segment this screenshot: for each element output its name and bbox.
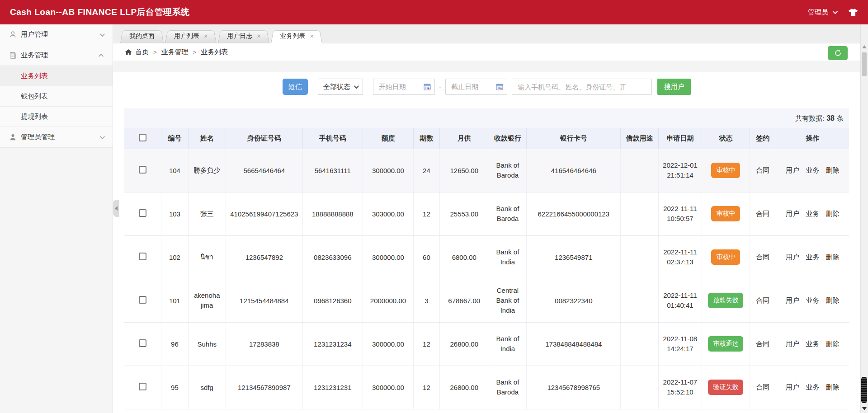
breadcrumb: 首页 > 业务管理 > 业务列表 — [113, 43, 860, 61]
action-user-link[interactable]: 用户 — [786, 340, 799, 347]
action-user-link[interactable]: 用户 — [786, 253, 799, 261]
tab-user-list[interactable]: 用户列表 × — [165, 29, 217, 43]
action-delete-link[interactable]: 删除 — [826, 253, 839, 261]
cell-idcard: 17283838 — [226, 322, 302, 366]
breadcrumb-home[interactable]: 首页 — [135, 48, 149, 56]
breadcrumb-level1[interactable]: 业务管理 — [161, 48, 189, 56]
start-date-input[interactable]: 开始日期 — [373, 79, 435, 95]
action-business-link[interactable]: 业务 — [806, 253, 819, 261]
contract-link[interactable]: 合同 — [756, 166, 769, 174]
close-icon[interactable]: × — [257, 33, 260, 39]
tab-user-log[interactable]: 用户日志 × — [218, 29, 269, 43]
close-icon[interactable]: × — [204, 33, 208, 39]
scrollbar-dark-thumb[interactable] — [861, 377, 867, 403]
action-delete-link[interactable]: 删除 — [826, 383, 839, 391]
contract-link[interactable]: 合同 — [756, 253, 769, 261]
cell-periods: 3 — [414, 279, 440, 322]
sidebar: 用户管理 业务管理 业务列表 钱包列表 提现列表 管理员管理 — [0, 24, 113, 413]
row-checkbox[interactable] — [139, 253, 146, 260]
col-phone: 手机号码 — [302, 128, 363, 149]
cell-periods: 12 — [414, 192, 440, 235]
total-count-prefix: 共有数据: — [795, 114, 824, 123]
cell-purpose — [621, 322, 658, 366]
action-user-link[interactable]: 用户 — [786, 210, 799, 217]
cell-purpose — [621, 366, 658, 409]
action-user-link[interactable]: 用户 — [786, 166, 799, 174]
scroll-up-arrow-icon[interactable] — [862, 45, 867, 48]
table-row-partial — [124, 409, 849, 413]
action-business-link[interactable]: 业务 — [806, 166, 819, 174]
sidebar-item-admin-mgmt[interactable]: 管理员管理 — [0, 127, 113, 148]
cell-id: 102 — [161, 235, 188, 279]
action-delete-link[interactable]: 删除 — [826, 166, 839, 174]
action-business-link[interactable]: 业务 — [806, 340, 819, 347]
cell-amount: 303000.00 — [363, 192, 413, 235]
contract-link[interactable]: 合同 — [756, 383, 769, 391]
status-badge: 验证失败 — [708, 380, 743, 395]
user-menu[interactable]: 管理员 — [808, 8, 836, 17]
sidebar-item-business-mgmt[interactable]: 业务管理 — [0, 45, 113, 66]
col-purpose: 借款用途 — [621, 128, 658, 149]
select-all-checkbox[interactable] — [139, 134, 146, 141]
breadcrumb-level2[interactable]: 业务列表 — [201, 48, 228, 56]
scrollbar-thumb[interactable] — [862, 52, 867, 76]
tab-my-desktop[interactable]: 我的桌面 — [120, 29, 164, 43]
cell-phone: 0968126360 — [302, 279, 363, 322]
chevron-down-icon — [354, 84, 359, 89]
cell-actions: 用户 业务 删除 — [776, 322, 849, 366]
refresh-button[interactable] — [828, 46, 848, 60]
admin-icon — [9, 133, 17, 141]
sidebar-item-user-mgmt[interactable]: 用户管理 — [0, 24, 113, 45]
search-user-button[interactable]: 搜用户 — [657, 79, 691, 95]
action-business-link[interactable]: 业务 — [806, 210, 819, 217]
row-checkbox[interactable] — [139, 209, 146, 217]
tab-label: 业务列表 — [280, 32, 305, 40]
sidebar-subitem-label: 提现列表 — [21, 113, 48, 121]
close-icon[interactable]: × — [310, 33, 313, 39]
sidebar-item-wallet-list[interactable]: 钱包列表 — [0, 86, 113, 107]
total-count-value: 38 — [826, 114, 835, 122]
end-date-input[interactable]: 截止日期 — [445, 79, 507, 95]
cell-date: 2022-11-11 01:40:41 — [658, 279, 702, 322]
tab-business-list[interactable]: 业务列表 × — [271, 29, 322, 43]
theme-tshirt-icon[interactable] — [848, 8, 858, 17]
cell-date: 2022-11-11 02:37:13 — [658, 235, 702, 279]
col-id: 编号 — [161, 128, 188, 149]
col-periods: 期数 — [414, 128, 440, 149]
cell-name: 张三 — [188, 192, 226, 235]
cell-phone: 1231231231 — [302, 366, 363, 409]
row-checkbox[interactable] — [139, 339, 146, 347]
chevron-up-icon — [99, 53, 104, 58]
contract-link[interactable]: 合同 — [756, 210, 769, 217]
cell-card: 12345678998765 — [527, 366, 621, 409]
row-checkbox[interactable] — [139, 166, 146, 174]
action-user-link[interactable]: 用户 — [786, 296, 799, 304]
cell-idcard: 1236547892 — [226, 235, 302, 279]
row-checkbox[interactable] — [139, 383, 146, 390]
status-badge: 审核通过 — [708, 336, 743, 352]
cell-monthly: 26800.00 — [439, 322, 489, 366]
sidebar-collapse-handle[interactable] — [113, 200, 119, 217]
vertical-scrollbar[interactable] — [860, 24, 868, 413]
sidebar-item-withdraw-list[interactable]: 提现列表 — [0, 107, 113, 127]
search-input[interactable] — [512, 79, 652, 95]
user-icon — [9, 31, 17, 38]
chevron-down-icon — [100, 31, 105, 36]
status-select[interactable]: 全部状态 — [318, 79, 363, 95]
sidebar-subitem-label: 钱包列表 — [21, 92, 48, 101]
action-user-link[interactable]: 用户 — [786, 383, 799, 391]
action-business-link[interactable]: 业务 — [806, 296, 819, 304]
cell-monthly: 26800.00 — [439, 366, 489, 409]
sms-button[interactable]: 短信 — [283, 79, 308, 95]
sidebar-item-business-list[interactable]: 业务列表 — [0, 66, 113, 86]
contract-link[interactable]: 合同 — [756, 340, 769, 347]
cell-purpose — [621, 235, 658, 279]
cell-actions: 用户 业务 删除 — [776, 192, 849, 235]
contract-link[interactable]: 合同 — [756, 296, 769, 304]
action-delete-link[interactable]: 删除 — [826, 340, 839, 347]
scroll-down-arrow-icon[interactable] — [862, 407, 867, 410]
action-business-link[interactable]: 业务 — [806, 383, 819, 391]
row-checkbox[interactable] — [139, 296, 146, 304]
action-delete-link[interactable]: 删除 — [826, 210, 839, 217]
action-delete-link[interactable]: 删除 — [826, 296, 839, 304]
